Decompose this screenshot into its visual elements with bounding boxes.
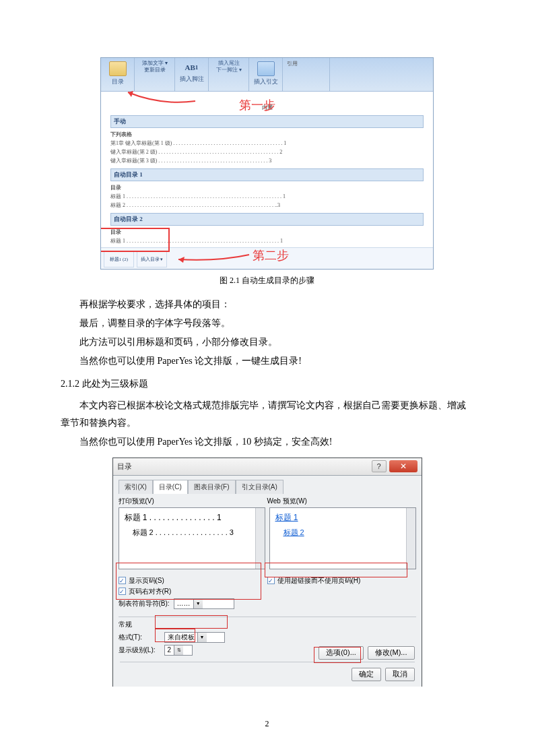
toc-heading: 目录 [110,184,424,191]
quickstyle-item[interactable]: 插入目录 ▾ [137,251,167,267]
ab-icon: AB1 [182,61,202,73]
spinner-icon: ⇅ [174,645,183,655]
toc-line: 第1章 键入章标题(第 1 级) . . . . . . . . . . . .… [110,139,424,147]
paragraph: 最后，调整目录的字体字号段落等。 [61,315,473,332]
checkbox-label: 显示页码(S) [129,576,164,586]
checkbox-label: 使用超链接而不使用页码(H) [277,576,361,586]
options-button[interactable]: 选项(0)... [319,646,364,660]
dialog-title-text: 目录 [117,462,132,472]
chevron-down-icon: ▼ [197,633,207,642]
web-preview-box: 标题 1 标题 2 [269,507,416,569]
toc-dialog: 目录 ? ✕ 索引(X) 目录(C) 图表目录(F) 引文目录(A) 打印预览(… [112,458,422,687]
step2-label: 第二步 [253,247,289,263]
toc-line: 标题 2 . . . . . . . . . . . . . . . . . .… [110,201,424,209]
figure-caption-1: 图 2.1 自动生成目录的步骤 [61,275,473,286]
web-heading1[interactable]: 标题 1 [275,512,410,524]
paragraph: 再根据学校要求，选择具体的项目： [61,296,473,313]
level-spinner[interactable]: 2 ⇅ [164,645,193,656]
document-preview-area: 第一步 内置 手动 下列表格 第1章 键入章标题(第 1 级) . . . . … [101,92,433,270]
ok-button[interactable]: 确定 [352,668,381,681]
citation-icon [257,61,275,76]
dialog-body: 索引(X) 目录(C) 图表目录(F) 引文目录(A) 打印预览(V) Web … [113,476,422,687]
red-arrow-step2 [172,249,253,266]
paragraph: 当然你也可以使用 PaperYes 论文排版，10 秒搞定，安全高效! [61,433,473,451]
leader-label: 制表符前导符(B): [119,599,170,608]
preview-heading1: 标题 1 . . . . . . . . . . . . . . . 1 [125,512,259,524]
heading-level-3: 2.1.2 此处为三级标题 [61,377,473,391]
leader-field-row: 制表符前导符(B): …… ▼ [119,598,267,609]
chevron-down-icon: ▼ [193,599,203,608]
toc-line: 标题 1 . . . . . . . . . . . . . . . . . .… [110,237,424,245]
dialog-titlebar: 目录 ? ✕ [113,458,422,476]
ribbon-row: 目录 添加文字 ▾ 更新目录 AB1 插入脚注 插入尾注 下一脚注 ▾ 插入引文… [101,58,433,92]
section-bar: 手动 [110,115,424,128]
toc-line: 键入章标题(第 2 级) . . . . . . . . . . . . . .… [110,148,424,156]
ribbon-toc-button[interactable]: 目录 [101,58,135,91]
toc-line: 下列表格 [110,131,424,138]
ribbon-tabs-zone: 引用 [283,58,330,91]
checkbox-icon: ✓ [119,577,126,584]
general-label: 常规 [119,620,416,629]
tab-index[interactable]: 索引(X) [119,480,153,494]
red-arrow-step1 [121,89,242,109]
format-label: 格式(T): [119,633,160,642]
web-heading2[interactable]: 标题 2 [283,528,410,538]
page-number: 2 [0,719,534,729]
paragraph: 本文内容已根据本校论文格式规范排版完毕，请撰写论文内容，根据自己需要更换标题、增… [61,397,473,432]
web-preview-label: Web 预览(W) [267,497,416,506]
checkbox-row-align[interactable]: ✓ 页码右对齐(R) [119,587,267,596]
cancel-button[interactable]: 取消 [385,668,415,681]
toc-heading: 目录 [110,228,424,236]
tab-toc[interactable]: 目录(C) [153,480,188,494]
print-preview-box: 标题 1 . . . . . . . . . . . . . . . 1 标题 … [119,507,265,569]
help-button[interactable]: ? [372,460,387,472]
checkbox-icon: ✓ [267,577,275,584]
section-auto-toc1: 自动目录 1 [110,168,424,181]
paragraph: 此方法可以引用标题和页码，小部分修改目录。 [61,334,473,351]
book-icon [109,61,127,76]
dialog-tabs: 索引(X) 目录(C) 图表目录(F) 引文目录(A) [119,480,416,494]
step1-label: 第一步 [239,97,275,113]
checkbox-label: 页码右对齐(R) [129,587,172,596]
ribbon-citation[interactable]: 插入引文 [249,58,283,91]
format-select[interactable]: 来自模板 ▼ [164,632,225,643]
checkbox-row-pagenum[interactable]: ✓ 显示页码(S) [119,576,267,586]
toc-line: 键入章标题(第 3 级) . . . . . . . . . . . . . .… [110,157,424,164]
tab-citations[interactable]: 引文目录(A) [236,480,283,494]
checkbox-row-hyperlink[interactable]: ✓ 使用超链接而不使用页码(H) [267,576,416,586]
ribbon-footnote[interactable]: AB1 插入脚注 [175,58,209,91]
scrollbar[interactable] [406,508,415,569]
checkbox-icon: ✓ [119,588,126,595]
figure-word-toc-steps: 目录 添加文字 ▾ 更新目录 AB1 插入脚注 插入尾注 下一脚注 ▾ 插入引文… [100,57,434,270]
format-row: 格式(T): 来自模板 ▼ [119,632,416,643]
section-auto-toc2: 自动目录 2 [110,213,424,226]
tab-figures[interactable]: 图表目录(F) [188,480,236,494]
quickstyle-item[interactable]: 标题1 (2) [104,251,134,267]
svg-marker-1 [178,257,185,263]
scrollbar[interactable] [255,508,265,569]
print-preview-label: 打印预览(V) [119,497,267,506]
preview-row: 标题 1 . . . . . . . . . . . . . . . 1 标题 … [119,507,416,569]
toc-line: 标题 1 . . . . . . . . . . . . . . . . . .… [110,193,424,200]
ribbon-group: 添加文字 ▾ 更新目录 [135,58,175,91]
leader-select[interactable]: …… ▼ [174,598,234,609]
modify-button[interactable]: 修改(M)... [368,646,415,660]
ribbon-group-2: 插入尾注 下一脚注 ▾ [209,58,249,91]
level-label: 显示级别(L): [119,645,160,655]
preview-heading2: 标题 2 . . . . . . . . . . . . . . . . . .… [133,528,259,538]
close-button[interactable]: ✕ [389,460,418,472]
paragraph: 当然你也可以使用 PaperYes 论文排版，一键生成目录! [61,352,473,370]
